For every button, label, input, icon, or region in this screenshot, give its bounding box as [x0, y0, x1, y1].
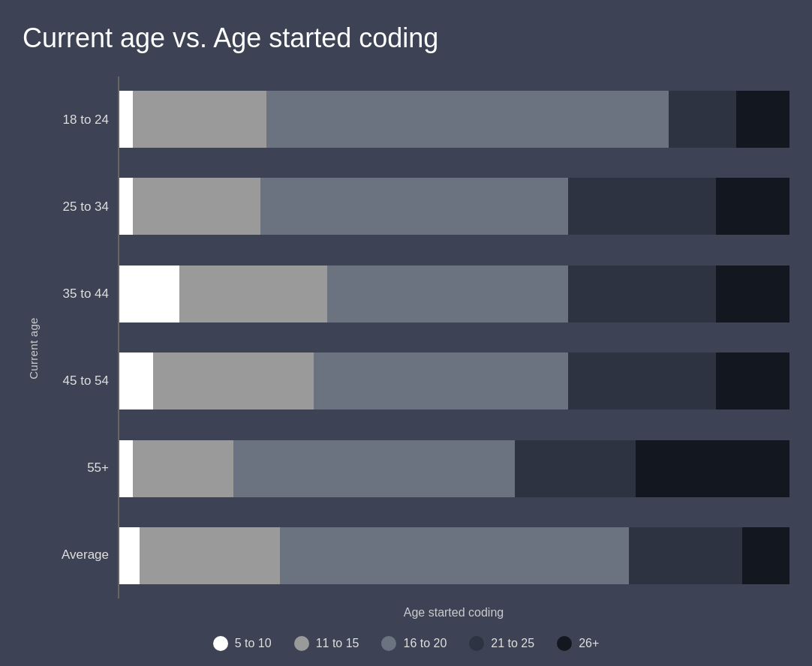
legend-label: 11 to 15 — [316, 637, 359, 650]
legend-dot-darkgray — [469, 636, 484, 651]
row-label: 25 to 34 — [47, 164, 109, 250]
legend-dot-white — [213, 636, 228, 651]
bars-with-labels: 18 to 2425 to 3435 to 4445 to 5455+Avera… — [47, 76, 789, 598]
bar-segment-white — [119, 266, 179, 322]
legend-dot-mgray — [381, 636, 396, 651]
bar-segment-darkgray — [629, 527, 743, 584]
bar-row — [119, 266, 789, 322]
x-axis-label: Age started coding — [47, 606, 789, 620]
bar-segment-lgray — [133, 91, 267, 148]
bar-segment-lgray — [179, 266, 326, 322]
chart-with-axes: 18 to 2425 to 3435 to 4445 to 5455+Avera… — [47, 76, 789, 620]
bar-segment-black — [716, 266, 789, 322]
y-axis-label-container: Current age — [23, 76, 44, 620]
bar-segment-black — [736, 91, 789, 148]
bar-segment-black — [716, 178, 789, 235]
bar-row — [119, 91, 789, 148]
bar-segment-mgray — [233, 440, 515, 497]
bar-row — [119, 352, 789, 410]
row-label: 45 to 54 — [47, 338, 109, 424]
row-label: 55+ — [47, 424, 109, 512]
legend-item: 5 to 10 — [213, 636, 272, 651]
y-axis-label: Current age — [27, 317, 40, 380]
legend-dot-lgray — [294, 636, 309, 651]
bar-row — [119, 440, 789, 497]
legend-item: 26+ — [557, 636, 599, 651]
legend-item: 21 to 25 — [469, 636, 534, 651]
bar-segment-black — [742, 527, 789, 584]
legend-item: 11 to 15 — [294, 636, 359, 651]
legend-item: 16 to 20 — [381, 636, 447, 651]
row-label: 35 to 44 — [47, 250, 109, 338]
legend-label: 26+ — [579, 637, 599, 650]
row-labels: 18 to 2425 to 3435 to 4445 to 5455+Avera… — [47, 76, 118, 598]
bar-segment-mgray — [314, 352, 568, 410]
bar-segment-darkgray — [515, 440, 636, 497]
bar-segment-lgray — [133, 440, 233, 497]
bar-segment-black — [636, 440, 789, 497]
bar-segment-lgray — [133, 178, 260, 235]
chart-title: Current age vs. Age started coding — [23, 22, 789, 54]
bar-segment-darkgray — [568, 352, 715, 410]
bar-segment-darkgray — [568, 266, 715, 322]
bar-segment-lgray — [153, 352, 314, 410]
chart-area: Current age 18 to 2425 to 3435 to 4445 t… — [23, 76, 789, 620]
legend-label: 5 to 10 — [235, 637, 272, 650]
bar-segment-white — [119, 91, 133, 148]
row-label: Average — [47, 512, 109, 598]
row-label: 18 to 24 — [47, 76, 109, 164]
bar-segment-white — [119, 440, 133, 497]
bars-container — [118, 76, 789, 598]
bar-row — [119, 527, 789, 584]
bar-segment-mgray — [280, 527, 628, 584]
bar-segment-white — [119, 178, 133, 235]
bar-segment-mgray — [327, 266, 568, 322]
bar-segment-white — [119, 527, 140, 584]
bar-segment-white — [119, 352, 153, 410]
bar-segment-darkgray — [669, 91, 735, 148]
bar-segment-mgray — [266, 91, 669, 148]
bar-row — [119, 178, 789, 235]
bar-segment-lgray — [140, 527, 281, 584]
legend-label: 16 to 20 — [403, 637, 447, 650]
legend-label: 21 to 25 — [491, 637, 534, 650]
legend-dot-black — [557, 636, 572, 651]
bar-segment-black — [716, 352, 789, 410]
bar-segment-darkgray — [568, 178, 715, 235]
legend: 5 to 1011 to 1516 to 2021 to 2526+ — [23, 636, 789, 651]
bar-segment-mgray — [260, 178, 569, 235]
